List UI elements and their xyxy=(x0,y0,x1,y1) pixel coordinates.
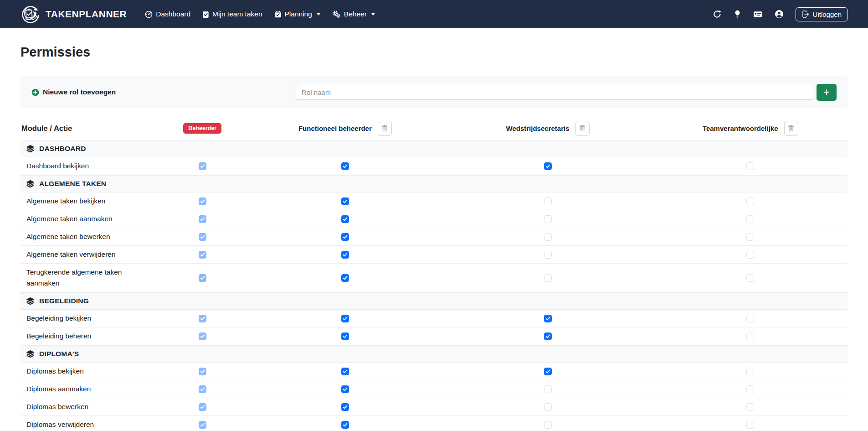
navbar-actions: Uitloggen xyxy=(713,7,848,21)
permission-row: Algemene taken aanmaken xyxy=(21,210,847,228)
layers-icon xyxy=(26,297,34,305)
permission-checkbox[interactable] xyxy=(544,162,552,170)
permission-checkbox[interactable] xyxy=(746,274,754,282)
layers-icon xyxy=(26,350,34,358)
permission-label: Diplomas bewerken xyxy=(21,398,157,415)
permission-label: Diplomas verwijderen xyxy=(21,416,157,431)
permission-label: Algemene taken aanmaken xyxy=(21,210,157,228)
chevron-down-icon xyxy=(371,13,375,16)
permission-checkbox[interactable] xyxy=(746,315,754,322)
trash-icon xyxy=(579,125,586,132)
nav-item-label: Beheer xyxy=(344,10,367,18)
permission-checkbox xyxy=(199,251,206,259)
permission-checkbox[interactable] xyxy=(544,332,552,340)
delete-role-button[interactable] xyxy=(575,121,590,136)
permission-checkbox xyxy=(199,233,206,241)
delete-role-button[interactable] xyxy=(784,121,798,136)
permission-checkbox xyxy=(199,385,206,393)
permission-checkbox[interactable] xyxy=(746,368,754,375)
nav-item-planning[interactable]: Planning xyxy=(274,10,320,18)
nav-item-mijn-team-taken[interactable]: Mijn team taken xyxy=(202,10,262,18)
delete-role-button[interactable] xyxy=(378,121,392,136)
section-header-row: BEGELEIDING xyxy=(21,292,847,310)
permission-checkbox[interactable] xyxy=(341,162,349,170)
new-role-toggle[interactable]: Nieuwe rol toevoegen xyxy=(31,88,116,96)
permission-checkbox[interactable] xyxy=(746,251,754,259)
page-title: Permissies xyxy=(21,45,847,60)
permission-checkbox[interactable] xyxy=(341,332,349,340)
brand[interactable]: TAKENPLANNER xyxy=(20,4,127,25)
card-list-icon[interactable] xyxy=(753,10,763,18)
permission-checkbox xyxy=(199,274,206,282)
permission-checkbox[interactable] xyxy=(341,385,349,393)
permissions-table-header: Module / Actie Beheerder Functioneel beh… xyxy=(21,119,847,140)
layers-icon xyxy=(26,145,34,153)
takenplanner-logo-icon xyxy=(20,4,41,25)
gears-icon xyxy=(332,10,341,18)
permission-checkbox[interactable] xyxy=(544,197,552,205)
permission-checkbox[interactable] xyxy=(746,403,754,411)
permission-label: Begeleiding beheren xyxy=(21,327,157,345)
permission-label: Terugkerende algemene taken aanmaken xyxy=(21,264,157,292)
permission-checkbox[interactable] xyxy=(341,421,349,429)
permission-checkbox[interactable] xyxy=(544,251,552,259)
nav-item-dashboard[interactable]: Dashboard xyxy=(145,10,190,18)
permission-checkbox[interactable] xyxy=(341,403,349,411)
permission-row: Begeleiding beheren xyxy=(21,327,847,345)
permission-checkbox[interactable] xyxy=(746,385,754,393)
permission-row: Algemene taken verwijderen xyxy=(21,246,847,264)
permission-checkbox[interactable] xyxy=(341,274,349,282)
permission-checkbox[interactable] xyxy=(341,368,349,375)
permission-checkbox xyxy=(199,162,206,170)
permissions-table: Module / Actie Beheerder Functioneel beh… xyxy=(21,119,847,431)
permission-row: Diplomas verwijderen xyxy=(21,416,847,431)
permission-checkbox[interactable] xyxy=(746,421,754,429)
nav-item-label: Dashboard xyxy=(156,10,190,18)
permission-checkbox[interactable] xyxy=(746,162,754,170)
permission-checkbox[interactable] xyxy=(341,315,349,322)
permission-checkbox[interactable] xyxy=(341,251,349,259)
role-badge-beheerder: Beheerder xyxy=(183,123,221,134)
permission-row: Diplomas bekijken xyxy=(21,363,847,380)
permission-label: Algemene taken bekijken xyxy=(21,192,157,210)
add-role-button[interactable]: + xyxy=(817,84,837,101)
person-circle-icon[interactable] xyxy=(775,10,784,19)
permission-checkbox[interactable] xyxy=(746,233,754,241)
permission-checkbox[interactable] xyxy=(746,332,754,340)
permission-checkbox[interactable] xyxy=(544,403,552,411)
permission-checkbox xyxy=(199,215,206,223)
permission-row: Algemene taken bekijken xyxy=(21,192,847,210)
role-header-wedstrijdsecretaris: Wedstrijdsecretaris xyxy=(506,125,570,132)
nav-item-beheer[interactable]: Beheer xyxy=(332,10,375,18)
permission-row: Algemene taken bewerken xyxy=(21,228,847,246)
layers-icon xyxy=(26,180,34,188)
section-title: ALGEMENE TAKEN xyxy=(39,180,106,188)
permission-checkbox[interactable] xyxy=(341,233,349,241)
permission-checkbox[interactable] xyxy=(544,215,552,223)
role-name-input[interactable] xyxy=(296,85,813,100)
trash-icon xyxy=(788,125,794,132)
refresh-icon[interactable] xyxy=(713,10,722,19)
permission-checkbox xyxy=(199,421,206,429)
lightbulb-icon[interactable] xyxy=(734,10,741,19)
permission-checkbox[interactable] xyxy=(544,233,552,241)
new-role-card: Nieuwe rol toevoegen + xyxy=(21,76,847,108)
permissions-table-body: DASHBOARDDashboard bekijkenALGEMENE TAKE… xyxy=(21,140,847,431)
permission-checkbox[interactable] xyxy=(544,315,552,322)
permission-checkbox[interactable] xyxy=(746,215,754,223)
new-role-label: Nieuwe rol toevoegen xyxy=(43,88,116,96)
permission-checkbox[interactable] xyxy=(544,385,552,393)
permission-checkbox[interactable] xyxy=(341,215,349,223)
permission-row: Diplomas bewerken xyxy=(21,398,847,416)
permission-checkbox xyxy=(199,197,206,205)
permission-checkbox[interactable] xyxy=(544,368,552,375)
role-header-teamverantwoordelijke: Teamverantwoordelijke xyxy=(703,125,778,132)
permission-checkbox[interactable] xyxy=(341,197,349,205)
logout-button[interactable]: Uitloggen xyxy=(796,7,848,21)
permission-checkbox[interactable] xyxy=(544,421,552,429)
permission-checkbox[interactable] xyxy=(544,274,552,282)
permission-label: Algemene taken bewerken xyxy=(21,228,157,245)
permission-checkbox[interactable] xyxy=(746,197,754,205)
trash-icon xyxy=(381,125,388,132)
permission-label: Diplomas bekijken xyxy=(21,363,157,380)
